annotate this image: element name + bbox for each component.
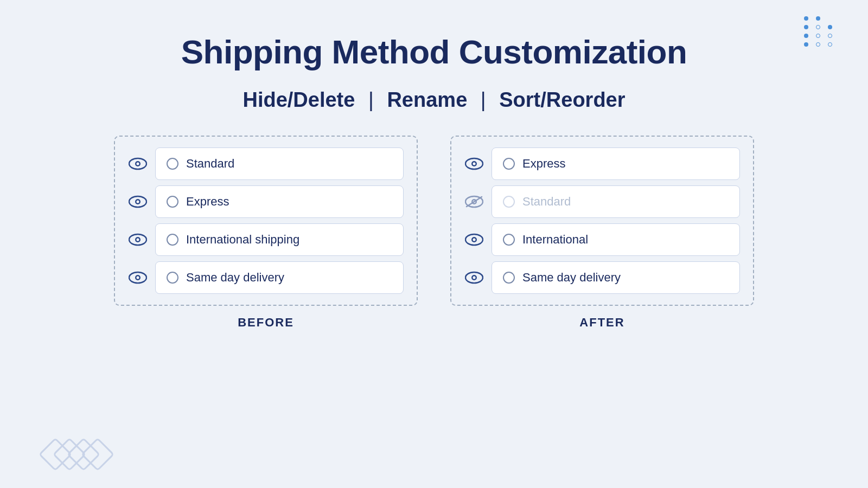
after-row-international: International xyxy=(464,223,740,256)
before-option-sameday: Same day delivery xyxy=(155,261,404,294)
subtitle-sep1: | xyxy=(368,88,374,111)
before-row-sameday: Same day delivery xyxy=(128,261,404,294)
eye-visible-international-after xyxy=(464,230,484,249)
radio-international-after xyxy=(503,234,515,246)
svg-point-2 xyxy=(137,163,139,165)
before-label-standard: Standard xyxy=(186,157,234,171)
dot-9 xyxy=(828,34,832,38)
dots-decoration xyxy=(804,16,835,47)
before-label-express: Express xyxy=(186,195,229,209)
after-option-standard: Standard xyxy=(492,185,740,218)
dot-6 xyxy=(828,25,832,29)
eye-visible-express-before xyxy=(128,192,148,211)
logo-decoration xyxy=(43,442,110,466)
after-row-sameday: Same day delivery xyxy=(464,261,740,294)
before-option-standard: Standard xyxy=(155,147,404,180)
eye-visible-international-before xyxy=(128,230,148,249)
dot-12 xyxy=(828,42,832,47)
after-dashed-box: Express Standard xyxy=(450,136,754,306)
eye-hidden-standard-after xyxy=(464,192,484,211)
dot-10 xyxy=(804,42,808,47)
before-panel: Standard Express xyxy=(114,136,418,330)
radio-international-before xyxy=(167,234,178,246)
before-row-standard: Standard xyxy=(128,147,404,180)
panels-container: Standard Express xyxy=(0,136,868,330)
after-label-sameday: Same day delivery xyxy=(522,271,621,285)
before-label-international: International shipping xyxy=(186,233,299,247)
after-option-sameday: Same day delivery xyxy=(492,261,740,294)
after-label-international: International xyxy=(522,233,588,247)
before-row-express: Express xyxy=(128,185,404,218)
after-label-standard: Standard xyxy=(522,195,571,209)
page-title: Shipping Method Customization xyxy=(0,33,868,71)
svg-point-14 xyxy=(473,163,476,165)
subtitle-sep2: | xyxy=(481,88,486,111)
svg-point-8 xyxy=(137,239,139,241)
radio-sameday-before xyxy=(167,272,178,284)
before-label: BEFORE xyxy=(114,316,418,330)
radio-standard-after xyxy=(503,196,515,208)
before-dashed-box: Standard Express xyxy=(114,136,418,306)
dot-7 xyxy=(804,34,808,38)
before-label-sameday: Same day delivery xyxy=(186,271,284,285)
subtitle-part2: Rename xyxy=(387,88,467,111)
svg-point-21 xyxy=(473,239,476,241)
subtitle-part1: Hide/Delete xyxy=(242,88,355,111)
radio-standard-before xyxy=(167,158,178,170)
dot-2 xyxy=(816,16,820,21)
eye-visible-sameday-before xyxy=(128,268,148,287)
after-option-international: International xyxy=(492,223,740,256)
after-label: AFTER xyxy=(450,316,754,330)
svg-point-5 xyxy=(137,201,139,203)
svg-point-11 xyxy=(137,277,139,279)
eye-visible-standard-before xyxy=(128,154,148,174)
radio-express-after xyxy=(503,158,515,170)
dot-4 xyxy=(804,25,808,29)
dot-8 xyxy=(816,34,820,38)
after-panel: Express Standard xyxy=(450,136,754,330)
eye-visible-express-after xyxy=(464,154,484,174)
after-option-express: Express xyxy=(492,147,740,180)
before-option-express: Express xyxy=(155,185,404,218)
dot-11 xyxy=(816,42,820,47)
svg-line-18 xyxy=(467,197,482,207)
before-row-international: International shipping xyxy=(128,223,404,256)
dot-1 xyxy=(804,16,808,21)
after-row-express: Express xyxy=(464,147,740,180)
subtitle-part3: Sort/Reorder xyxy=(499,88,625,111)
eye-visible-sameday-after xyxy=(464,268,484,287)
svg-point-24 xyxy=(473,277,476,279)
subtitle: Hide/Delete | Rename | Sort/Reorder xyxy=(0,88,868,112)
after-label-express: Express xyxy=(522,157,565,171)
radio-sameday-after xyxy=(503,272,515,284)
dot-5 xyxy=(816,25,820,29)
before-option-international: International shipping xyxy=(155,223,404,256)
radio-express-before xyxy=(167,196,178,208)
after-row-standard: Standard xyxy=(464,185,740,218)
